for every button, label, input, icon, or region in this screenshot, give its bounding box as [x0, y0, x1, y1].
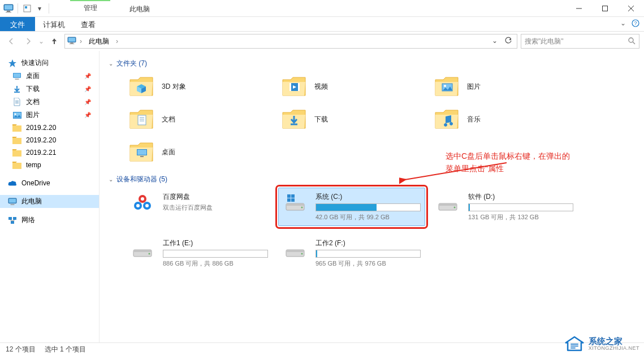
sidebar-item-label: OneDrive — [21, 179, 50, 187]
drive-item[interactable]: 百度网盘双击运行百度网盘 — [126, 188, 273, 226]
svg-rect-1 — [5, 5, 12, 10]
forward-button[interactable] — [21, 34, 35, 48]
svg-rect-3 — [6, 12, 11, 12]
svg-rect-59 — [286, 203, 304, 206]
svg-rect-64 — [291, 198, 295, 202]
svg-line-38 — [12, 220, 15, 221]
back-button[interactable] — [5, 34, 18, 48]
folder-icon — [282, 75, 306, 98]
svg-point-43 — [444, 85, 446, 87]
drive-usage-bar — [163, 250, 268, 258]
svg-rect-32 — [9, 198, 16, 202]
folder-icon — [12, 136, 21, 145]
folder-3d[interactable]: 3D 对象 — [126, 72, 273, 101]
refresh-button[interactable] — [502, 37, 515, 46]
folder-icon — [129, 108, 154, 131]
help-icon[interactable]: ? — [632, 19, 639, 29]
sidebar-item-folder[interactable]: 2019.2.20 — [0, 134, 99, 146]
svg-rect-44 — [138, 115, 146, 125]
minimize-button[interactable] — [566, 0, 592, 16]
drive-item[interactable]: 工作2 (F:)965 GB 可用，共 976 GB — [278, 234, 425, 272]
picture-icon — [12, 111, 21, 120]
breadcrumb-root[interactable]: 此电脑 — [85, 36, 113, 47]
folder-icon — [434, 75, 459, 98]
svg-rect-69 — [133, 250, 152, 252]
svg-line-37 — [10, 220, 12, 221]
menu-file[interactable]: 文件 — [0, 17, 35, 31]
svg-rect-33 — [11, 204, 15, 205]
drive-subtitle: 双击运行百度网盘 — [163, 203, 268, 212]
sidebar-this-pc[interactable]: 此电脑 — [0, 195, 99, 208]
svg-point-67 — [454, 207, 456, 209]
contextual-ribbon-tab[interactable]: 驱动器工具 管理 — [62, 0, 118, 16]
this-pc-icon — [8, 197, 17, 206]
drive-item[interactable]: 系统 (C:)42.0 GB 可用，共 99.2 GB — [278, 188, 425, 226]
address-bar[interactable]: › 此电脑 › ⌄ — [64, 34, 517, 49]
folder-document[interactable]: 文档 — [126, 105, 273, 134]
sidebar-item-label: 图片 — [26, 110, 40, 120]
desktop-icon — [12, 72, 21, 81]
folder-desktop[interactable]: 桌面 — [126, 137, 273, 167]
drive-free-text: 886 GB 可用，共 886 GB — [163, 259, 268, 268]
sidebar-item-desktop[interactable]: 桌面 📌 — [0, 70, 99, 83]
svg-rect-34 — [8, 217, 12, 220]
sidebar-item-label: 桌面 — [26, 71, 40, 81]
pin-icon: 📌 — [84, 86, 91, 92]
recent-dropdown-icon[interactable]: ⌄ — [38, 37, 44, 45]
drive-item[interactable]: 工作1 (E:)886 GB 可用，共 886 GB — [126, 234, 273, 272]
svg-text:?: ? — [634, 20, 637, 26]
watermark: 系统之家 XITONGZHIJIA.NET — [565, 336, 639, 353]
sidebar-item-folder[interactable]: 2019.2.20 — [0, 121, 99, 134]
sidebar-item-folder[interactable]: temp — [0, 159, 99, 171]
drive-name: 系统 (C:) — [315, 192, 421, 202]
maximize-button[interactable] — [592, 0, 618, 16]
folder-icon — [129, 141, 154, 163]
content-pane: ⌄ 文件夹 (7) 3D 对象视频图片文档下载音乐桌面 ⌄ 设备和驱动器 (5)… — [100, 51, 644, 342]
group-folders[interactable]: ⌄ 文件夹 (7) — [109, 55, 635, 72]
menu-computer[interactable]: 计算机 — [35, 17, 73, 31]
svg-rect-66 — [439, 203, 457, 206]
folder-download[interactable]: 下载 — [278, 105, 425, 134]
sidebar-onedrive[interactable]: OneDrive — [0, 177, 99, 189]
quickaccess-properties-icon[interactable] — [22, 3, 32, 14]
menu-view[interactable]: 查看 — [73, 17, 103, 31]
sidebar-network[interactable]: 网络 — [0, 214, 99, 227]
svg-point-73 — [301, 253, 303, 255]
folder-video[interactable]: 视频 — [278, 72, 425, 101]
folder-label: 下载 — [314, 115, 328, 124]
svg-rect-7 — [603, 6, 608, 11]
sidebar-item-folder[interactable]: 2019.2.21 — [0, 146, 99, 159]
folder-icon — [282, 108, 306, 131]
sidebar-item-pictures[interactable]: 图片 📌 — [0, 108, 99, 121]
sidebar-item-label: 网络 — [21, 215, 35, 225]
up-button[interactable] — [47, 34, 61, 48]
svg-point-55 — [141, 197, 144, 201]
onedrive-icon — [8, 179, 17, 188]
svg-rect-40 — [289, 83, 291, 91]
address-history-dropdown[interactable]: ⌄ — [489, 37, 501, 46]
folder-picture[interactable]: 图片 — [431, 72, 578, 101]
drive-free-text: 42.0 GB 可用，共 99.2 GB — [315, 213, 421, 222]
sidebar-item-downloads[interactable]: 下载 📌 — [0, 83, 99, 95]
svg-rect-62 — [291, 194, 295, 198]
sidebar-item-documents[interactable]: 文档 📌 — [0, 95, 99, 108]
svg-rect-36 — [11, 221, 14, 224]
svg-rect-63 — [287, 198, 291, 202]
svg-rect-14 — [70, 42, 73, 44]
pin-icon: 📌 — [84, 73, 91, 79]
drive-free-text: 131 GB 可用，共 132 GB — [468, 213, 573, 222]
folder-music[interactable]: 音乐 — [431, 105, 578, 134]
search-icon[interactable] — [628, 37, 636, 46]
close-button[interactable] — [618, 0, 644, 16]
annotation-text: 选中C盘后单击鼠标右键，在弹出的 菜单里点击"属性 — [446, 150, 570, 175]
svg-rect-20 — [15, 79, 19, 79]
ribbon-expand-icon[interactable]: ⌄ — [620, 19, 626, 29]
drive-item[interactable]: 软件 (D:)131 GB 可用，共 132 GB — [431, 188, 578, 226]
search-input[interactable]: 搜索"此电脑" — [521, 34, 639, 49]
sidebar-item-label: 此电脑 — [21, 197, 42, 206]
svg-rect-75 — [570, 344, 578, 345]
folder-icon — [12, 148, 21, 157]
status-selected-count: 选中 1 个项目 — [45, 345, 86, 354]
sidebar-quick-access[interactable]: 快速访问 — [0, 57, 99, 70]
dropdown-icon[interactable]: ▾ — [34, 3, 45, 14]
